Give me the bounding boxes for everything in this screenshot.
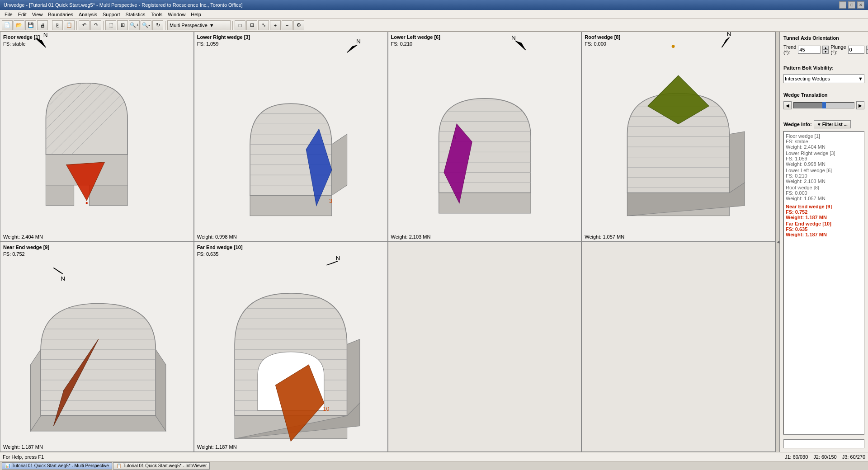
zoom-in2-button[interactable]: + [270, 20, 281, 30]
taskbar: 📊 Tutorial 01 Quick Start.weg5* - Multi … [0, 461, 868, 470]
menu-statistics[interactable]: Statistics [123, 10, 148, 19]
undo-button[interactable]: ↶ [79, 20, 90, 30]
lower-left-weight: Weight: 2.103 MN [391, 234, 431, 240]
minimize-button[interactable]: _ [839, 1, 846, 9]
main-area: Floor wedge [1] FS: stable N [0, 32, 868, 452]
wedge-info-title: Wedge Info: [783, 122, 812, 127]
bottom-text-input[interactable] [783, 439, 864, 448]
select-button[interactable]: ⬚ [105, 20, 116, 30]
settings-button[interactable]: ⚙ [293, 20, 304, 30]
menu-analysis[interactable]: Analysis [76, 10, 100, 19]
w3-fs: FS: 1.059 [786, 156, 862, 161]
viewport-far-end-wedge[interactable]: Far End wedge [10] FS: 0.635 N [194, 242, 388, 452]
trend-input[interactable] [798, 46, 821, 54]
w10-weight: Weight: 1.187 MN [786, 232, 862, 237]
svg-line-11 [112, 52, 143, 83]
translation-right-button[interactable]: ▶ [856, 101, 864, 109]
floor-wedge-weight: Weight: 2.404 MN [3, 234, 43, 240]
menu-window[interactable]: Window [165, 10, 188, 19]
translation-slider[interactable] [793, 102, 854, 108]
rotate-button[interactable]: ↻ [152, 20, 163, 30]
zoom-fit-button[interactable]: ⤡ [258, 20, 269, 30]
open-button[interactable]: 📂 [14, 20, 24, 30]
svg-rect-26 [89, 185, 127, 206]
lower-right-weight: Weight: 0.998 MN [197, 234, 237, 240]
view-multi-button[interactable]: ⊞ [246, 20, 257, 30]
tunnel-axis-title: Tunnel Axis Orientation [783, 35, 864, 41]
menu-file[interactable]: File [2, 10, 15, 19]
viewport-lower-right-wedge[interactable]: Lower Right wedge [3] FS: 1.059 N [194, 32, 388, 242]
svg-text:N: N [356, 38, 361, 45]
toolbar-sep-2 [76, 21, 77, 30]
print-button[interactable]: 🖨 [37, 20, 48, 30]
panel-collapse-handle[interactable]: ◀ [776, 32, 779, 452]
svg-text:N: N [61, 275, 65, 282]
window-controls: _ □ ✕ [839, 1, 864, 9]
w1-name: Floor wedge [1] [786, 133, 862, 139]
svg-line-4 [41, 52, 71, 83]
viewport-roof-wedge[interactable]: Roof wedge [8] FS: 0.000 N [581, 32, 775, 242]
near-end-svg: N [0, 242, 193, 451]
far-end-weight: Weight: 1.187 MN [197, 444, 237, 450]
pattern-bolt-title: Pattern Bolt Visbility: [783, 65, 864, 70]
viewport-empty-2 [581, 242, 775, 452]
w1-fs: FS: stable [786, 139, 862, 144]
w3-name: Lower Right wedge [3] [786, 150, 862, 156]
plunge-input[interactable] [848, 46, 864, 54]
title-text: Unwedge - [Tutorial 01 Quick Start.weg5*… [4, 2, 243, 8]
svg-point-28 [86, 202, 88, 204]
filter-list-button[interactable]: ▼ Filter List ... [814, 120, 851, 128]
wedge-info-list[interactable]: Floor wedge [1] FS: stable Weight: 2.404… [783, 131, 864, 435]
taskbar-item-1[interactable]: 📋 Tutorial 01 Quick Start.weg5* - InfoVi… [113, 462, 210, 470]
w9-fs: FS: 0.752 [786, 209, 862, 215]
trend-up-button[interactable]: ▲ [822, 46, 829, 50]
taskbar-item-0[interactable]: 📊 Tutorial 01 Quick Start.weg5* - Multi … [2, 462, 112, 470]
zoom-out-button[interactable]: 🔍- [141, 20, 151, 30]
w9-name: Near End wedge [9] [786, 204, 862, 209]
roof-wedge-weight: Weight: 1.057 MN [585, 234, 624, 240]
filter-label: Filter List ... [822, 122, 848, 127]
menu-view[interactable]: View [29, 10, 46, 19]
trend-row: Trend (°): ▲ ▼ Plunge (°): ▲ ▼ [783, 44, 864, 55]
svg-text:10: 10 [323, 406, 329, 412]
translation-left-button[interactable]: ◀ [783, 101, 792, 109]
trend-down-button[interactable]: ▼ [822, 50, 829, 54]
spacer-3 [783, 112, 864, 116]
close-button[interactable]: ✕ [857, 1, 864, 9]
pattern-bolt-dropdown[interactable]: Intersecting Wedges ▼ [783, 74, 864, 83]
status-coords: J1: 60/030 J2: 60/150 J3: 60/270 [785, 454, 865, 460]
svg-line-12 [123, 52, 153, 83]
menu-boundaries[interactable]: Boundaries [45, 10, 76, 19]
paste-button[interactable]: 📋 [64, 20, 75, 30]
viewport-near-end-wedge[interactable]: Near End wedge [9] FS: 0.752 N [0, 242, 194, 452]
plunge-label: Plunge (°): [830, 44, 846, 55]
zoom-in-button[interactable]: 🔍+ [129, 20, 140, 30]
viewport-lower-left-wedge[interactable]: Lower Left wedge [6] FS: 0.210 N [388, 32, 582, 242]
wedge-entry-9: Near End wedge [9] FS: 0.752 Weight: 1.1… [786, 204, 862, 220]
far-end-svg: N [194, 242, 387, 451]
plunge-up-button[interactable]: ▲ [866, 46, 868, 50]
zoom-all-button[interactable]: ⊞ [117, 20, 128, 30]
lower-left-svg: N [388, 32, 581, 241]
plunge-spinner: ▲ ▼ [866, 46, 868, 54]
spacer-1 [783, 59, 864, 62]
redo-button[interactable]: ↷ [90, 20, 101, 30]
viewport-grid: Floor wedge [1] FS: stable N [0, 32, 776, 452]
menu-support[interactable]: Support [100, 10, 123, 19]
new-button[interactable]: 📄 [2, 20, 13, 30]
save-button[interactable]: 💾 [25, 20, 36, 30]
menu-edit[interactable]: Edit [15, 10, 29, 19]
wedge-translation-title: Wedge Translation [783, 92, 864, 98]
menu-tools[interactable]: Tools [148, 10, 165, 19]
zoom-out2-button[interactable]: − [282, 20, 292, 30]
svg-text:N: N [511, 34, 516, 41]
plunge-down-button[interactable]: ▼ [866, 50, 868, 54]
perspective-dropdown[interactable]: Multi Perspective ▼ [167, 20, 231, 30]
viewport-floor-wedge[interactable]: Floor wedge [1] FS: stable N [0, 32, 194, 242]
svg-line-5 [51, 52, 82, 83]
copy-button[interactable]: ⎘ [52, 20, 63, 30]
view-single-button[interactable]: □ [235, 20, 245, 30]
svg-marker-91 [326, 261, 338, 265]
maximize-button[interactable]: □ [848, 1, 855, 9]
menu-help[interactable]: Help [188, 10, 204, 19]
